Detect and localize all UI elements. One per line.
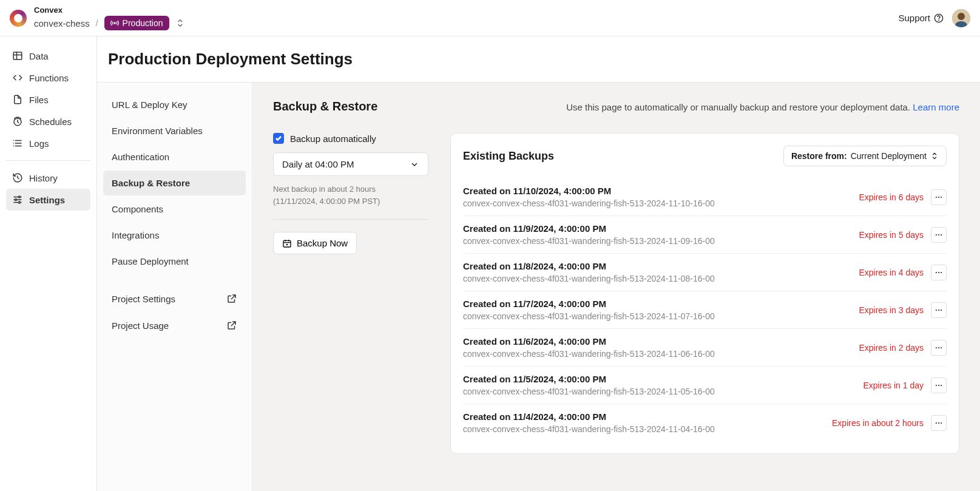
backup-info: Created on 11/4/2024, 4:00:00 PMconvex-c… [463, 411, 715, 434]
svg-point-21 [936, 309, 937, 310]
settings-nav-item-project-usage[interactable]: Project Usage [103, 313, 246, 338]
leftnav-label: Logs [29, 138, 49, 149]
backup-filename: convex-convex-chess-4f031-wandering-fish… [463, 424, 715, 434]
settings-nav-item-pause-deployment[interactable]: Pause Deployment [103, 249, 246, 274]
svg-point-15 [936, 234, 937, 235]
backup-menu-button[interactable] [931, 265, 947, 280]
leftnav-label: Schedules [29, 117, 72, 127]
backup-menu-button[interactable] [931, 415, 947, 431]
settings-nav: URL & Deploy KeyEnvironment VariablesAut… [97, 83, 252, 491]
leftnav-item-data[interactable]: Data [6, 45, 90, 67]
svg-point-16 [938, 234, 939, 235]
schedule-value: Daily at 04:00 PM [282, 159, 354, 169]
leftnav-item-settings[interactable]: Settings [6, 189, 90, 211]
existing-backups-title: Existing Backups [463, 150, 554, 163]
svg-point-30 [936, 422, 937, 423]
settings-nav-item-integrations[interactable]: Integrations [103, 223, 246, 248]
backup-list: Created on 11/10/2024, 4:00:00 PMconvex-… [463, 178, 947, 441]
backup-filename: convex-convex-chess-4f031-wandering-fish… [463, 311, 715, 321]
svg-point-17 [941, 234, 942, 235]
settings-nav-item-url-deploy-key[interactable]: URL & Deploy Key [103, 92, 246, 117]
backup-expires: Expires in 2 days [859, 343, 924, 353]
leftnav-item-files[interactable]: Files [6, 89, 90, 110]
backup-menu-button[interactable] [931, 227, 947, 243]
restore-from-select[interactable]: Restore from: Current Deployment [783, 146, 947, 166]
settings-nav-item-environment-variables[interactable]: Environment Variables [103, 118, 246, 143]
leftnav-item-functions[interactable]: Functions [6, 67, 90, 89]
leftnav-item-logs[interactable]: Logs [6, 132, 90, 154]
settings-nav-item-authentication[interactable]: Authentication [103, 144, 246, 169]
calendar-plus-icon [282, 239, 292, 248]
backup-expires: Expires in 1 day [863, 381, 924, 390]
backup-actions: Expires in 4 days [859, 265, 947, 280]
project-name[interactable]: convex-chess [34, 18, 90, 29]
leftnav-label: Functions [29, 73, 69, 83]
settings-nav-label: Pause Deployment [112, 256, 189, 266]
backup-menu-button[interactable] [931, 302, 947, 318]
backup-menu-button[interactable] [931, 340, 947, 356]
svg-point-10 [19, 201, 21, 203]
section-description: Use this page to automatically or manual… [566, 102, 959, 112]
backup-title: Created on 11/8/2024, 4:00:00 PM [463, 261, 715, 271]
settings-nav-item-project-settings[interactable]: Project Settings [103, 286, 246, 311]
backup-menu-button[interactable] [931, 189, 947, 205]
settings-nav-label: Project Usage [112, 320, 169, 331]
backup-row: Created on 11/7/2024, 4:00:00 PMconvex-c… [463, 291, 947, 329]
clock-icon [12, 116, 23, 127]
backup-expires: Expires in about 2 hours [832, 418, 924, 428]
auto-backup-checkbox[interactable] [273, 133, 284, 144]
org-name[interactable]: Convex [34, 5, 185, 15]
support-link[interactable]: Support [898, 13, 944, 23]
settings-nav-label: Environment Variables [112, 126, 203, 136]
learn-more-link[interactable]: Learn more [913, 102, 959, 112]
backup-info: Created on 11/9/2024, 4:00:00 PMconvex-c… [463, 223, 715, 246]
backup-row: Created on 11/10/2024, 4:00:00 PMconvex-… [463, 178, 947, 216]
settings-nav-item-components[interactable]: Components [103, 197, 246, 222]
svg-point-22 [938, 309, 939, 310]
svg-point-28 [938, 384, 939, 385]
settings-nav-label: Authentication [112, 152, 169, 162]
backup-now-label: Backup Now [297, 238, 348, 248]
svg-point-19 [938, 271, 939, 273]
svg-point-4 [958, 13, 965, 20]
broadcast-icon [110, 19, 119, 27]
backup-actions: Expires in 3 days [859, 302, 947, 318]
env-badge[interactable]: Production [104, 16, 169, 30]
backup-row: Created on 11/8/2024, 4:00:00 PMconvex-c… [463, 254, 947, 291]
next-backup-hint: Next backup in about 2 hours (11/11/2024… [273, 183, 428, 207]
existing-backups-card: Existing Backups Restore from: Current D… [450, 133, 959, 454]
backup-menu-button[interactable] [931, 378, 947, 393]
history-icon [12, 172, 23, 183]
leftnav-label: Files [29, 95, 49, 105]
svg-point-32 [941, 422, 942, 423]
leftnav-label: Data [29, 51, 49, 61]
main: Production Deployment Settings URL & Dep… [97, 36, 980, 491]
svg-point-18 [936, 271, 937, 273]
backup-info: Created on 11/7/2024, 4:00:00 PMconvex-c… [463, 299, 715, 321]
dots-horizontal-icon [934, 381, 943, 390]
backup-now-button[interactable]: Backup Now [273, 232, 357, 254]
page-title: Production Deployment Settings [97, 36, 980, 83]
restore-from-value: Current Deployment [851, 151, 927, 161]
chevron-down-icon [410, 160, 419, 169]
backup-actions: Expires in 1 day [863, 378, 947, 393]
header-right: Support [898, 9, 970, 27]
external-icon [226, 320, 237, 331]
backup-filename: convex-convex-chess-4f031-wandering-fish… [463, 387, 715, 396]
schedule-select[interactable]: Daily at 04:00 PM [273, 152, 428, 176]
leftnav-item-history[interactable]: History [6, 167, 90, 189]
settings-nav-item-backup-restore[interactable]: Backup & Restore [103, 171, 246, 195]
sliders-icon [12, 194, 23, 205]
leftnav-item-schedules[interactable]: Schedules [6, 110, 90, 132]
svg-point-29 [941, 384, 942, 385]
backup-title: Created on 11/7/2024, 4:00:00 PM [463, 299, 715, 309]
chevron-up-down-icon[interactable] [175, 18, 185, 28]
avatar[interactable] [952, 9, 970, 27]
backup-title: Created on 11/10/2024, 4:00:00 PM [463, 186, 715, 196]
backup-config: Backup automatically Daily at 04:00 PM N… [273, 133, 428, 254]
breadcrumb-slash: / [96, 18, 98, 28]
backup-filename: convex-convex-chess-4f031-wandering-fish… [463, 236, 715, 246]
convex-logo[interactable] [10, 10, 27, 27]
backup-filename: convex-convex-chess-4f031-wandering-fish… [463, 274, 715, 283]
help-icon [934, 13, 944, 23]
